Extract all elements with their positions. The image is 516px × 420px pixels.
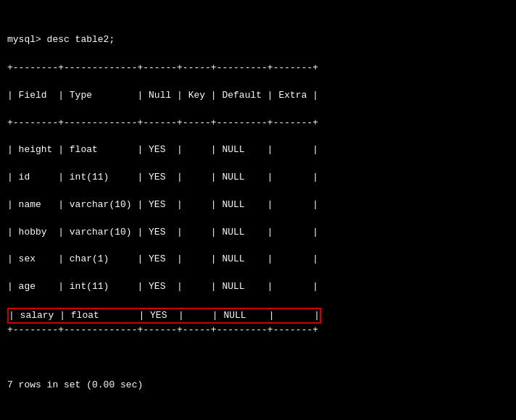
blank-line-2 <box>7 406 509 419</box>
table1-end-sep: +--------+-------------+------+-----+---… <box>7 324 509 337</box>
table1-row-1: | height | float | YES | | NULL | | <box>7 143 509 157</box>
table1-header: | Field | Type | Null | Key | Default | … <box>7 89 509 103</box>
table1-row-4: | hobby | varchar(10) | YES | | NULL | | <box>7 226 509 240</box>
table1-row-6: | age | int(11) | YES | | NULL | | <box>7 280 509 294</box>
table1-row-salary: | salary | float | YES | | NULL | | <box>7 308 321 324</box>
terminal-window: mysql> desc table2; +--------+----------… <box>7 6 509 420</box>
first-desc-section: mysql> desc table2; <box>7 20 509 47</box>
rows-count-1: 7 rows in set (0.00 sec) <box>7 379 509 392</box>
table1-row-5: | sex | char(1) | YES | | NULL | | <box>7 253 509 266</box>
cmd1-line: mysql> desc table2; <box>7 34 115 45</box>
table1-row-3: | name | varchar(10) | YES | | NULL | | <box>7 198 509 212</box>
table1-top-sep: +--------+-------------+------+-----+---… <box>7 62 509 75</box>
table1-row-2: | id | int(11) | YES | | NULL | | <box>7 171 509 185</box>
table1-sep2: +--------+-------------+------+-----+---… <box>7 117 509 130</box>
blank-line-1 <box>7 351 509 365</box>
